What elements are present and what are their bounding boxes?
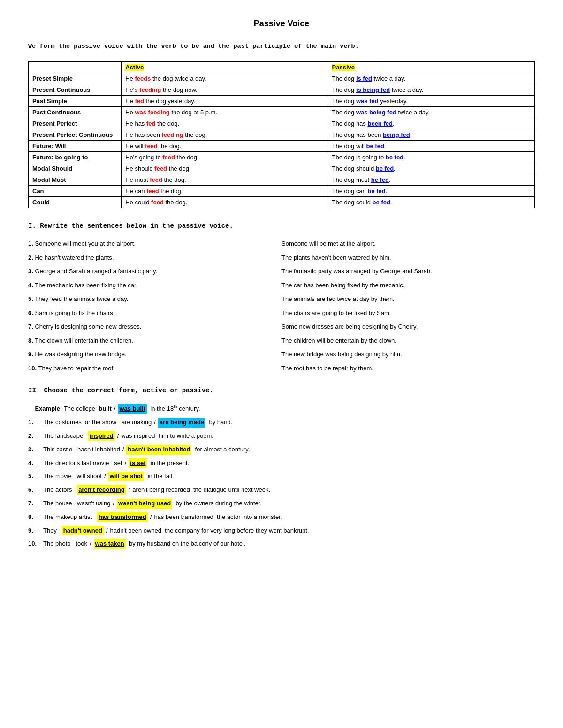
list-item: 8. The makeup artist has transformed / h… <box>28 512 535 522</box>
active-modal-must: He must feed the dog. <box>122 174 328 186</box>
tense-past-simple: Past Simple <box>29 96 122 107</box>
section2-title: II. Choose the correct form, active or p… <box>28 387 535 394</box>
list-item: 6. The actors aren't recording / aren't … <box>28 485 535 495</box>
correct-choice: has transformed <box>97 512 148 522</box>
tense-present-continuous: Present Continuous <box>29 84 122 96</box>
tense-future-going: Future: be going to <box>29 152 122 163</box>
list-item: 3. This castle hasn't inhabited / hasn't… <box>28 445 535 455</box>
correct-choice: hasn't been inhabited <box>126 445 191 455</box>
tense-present-perfect: Present Perfect <box>29 118 122 129</box>
tense-modal-must: Modal Must <box>29 174 122 186</box>
passive-present-perfect: The dog has been fed. <box>328 118 534 129</box>
list-item: 1. The costumes for the show are making … <box>28 418 535 428</box>
list-item: 9. He was designing the new bridge. The … <box>28 350 535 359</box>
list-item: 6. Sam is going to fix the chairs. The c… <box>28 308 535 318</box>
tense-modal-should: Modal Should <box>29 163 122 174</box>
passive-present-perfect-cont: The dog has been being fed. <box>328 129 534 141</box>
correct-choice: inspired <box>88 431 115 441</box>
intro-text: We form the passive voice with the verb … <box>28 43 535 50</box>
list-item: 2. The landscape inspired / was inspired… <box>28 431 535 441</box>
list-item: 4. The mechanic has been fixing the car.… <box>28 281 535 290</box>
section1-exercises: 1. Someone will meet you at the airport.… <box>28 239 535 373</box>
passive-past-continuous: The dog was being fed twice a day. <box>328 107 534 118</box>
passive-present-continuous: The dog is being fed twice a day. <box>328 84 534 96</box>
correct-choice: was taken <box>94 539 126 549</box>
active-could: He could feed the dog. <box>122 197 328 208</box>
active-modal-should: He should feed the dog. <box>122 163 328 174</box>
passive-could: The dog could be fed. <box>328 197 534 208</box>
list-item: 9. They hadn't owned / hadn't been owned… <box>28 526 535 536</box>
tense-preset-simple: Preset Simple <box>29 73 122 84</box>
active-can: He can feed the dog. <box>122 186 328 197</box>
list-item: 2. He hasn't watered the plants. The pla… <box>28 253 535 263</box>
tense-can: Can <box>29 186 122 197</box>
correct-choice: will be shot <box>108 472 145 481</box>
list-item: 8. The clown will entertain the children… <box>28 336 535 345</box>
active-header: Active <box>125 64 144 71</box>
correct-choice: wasn't being used <box>117 499 172 509</box>
passive-can: The dog can be fed. <box>328 186 534 197</box>
tense-past-continuous: Past Continuous <box>29 107 122 118</box>
passive-modal-should: The dog should be fed. <box>328 163 534 174</box>
tense-could: Could <box>29 197 122 208</box>
passive-header: Passive <box>332 64 355 71</box>
list-item: Example: The college built / was built i… <box>28 404 535 414</box>
list-item: 3. George and Sarah arranged a fantastic… <box>28 267 535 276</box>
active-future-will: He will feed the dog. <box>122 141 328 152</box>
passive-past-simple: The dog was fed yesterday. <box>328 96 534 107</box>
active-present-perfect: He has fed the dog. <box>122 118 328 129</box>
section2-exercises: Example: The college built / was built i… <box>28 404 535 549</box>
section1-title: I. Rewrite the sentences below in the pa… <box>28 222 535 230</box>
list-item: 10. They have to repair the roof. The ro… <box>28 364 535 373</box>
list-item: 5. The movie will shoot / will be shot i… <box>28 472 535 481</box>
passive-preset-simple: The dog is fed twice a day. <box>328 73 534 84</box>
correct-choice: are being made <box>158 418 205 428</box>
list-item: 4. The director's last movie set / is se… <box>28 458 535 468</box>
active-future-going: He's going to feed the dog. <box>122 152 328 163</box>
passive-modal-must: The dog must be fed. <box>328 174 534 186</box>
active-present-continuous: He's feeding the dog now. <box>122 84 328 96</box>
tense-future-will: Future: Will <box>29 141 122 152</box>
correct-choice: is set <box>129 458 147 468</box>
grammar-table: Active Passive Preset Simple He feeds th… <box>28 61 535 208</box>
list-item: 1. Someone will meet you at the airport.… <box>28 239 535 248</box>
correct-choice: aren't recording <box>77 485 126 495</box>
list-item: 5. They feed the animals twice a day. Th… <box>28 294 535 304</box>
list-item: 7. Cherry is designing some new dresses.… <box>28 322 535 331</box>
active-past-continuous: He was feeding the dog at 5 p.m. <box>122 107 328 118</box>
page-title: Passive Voice <box>28 19 535 29</box>
active-past-simple: He fed the dog yesterday. <box>122 96 328 107</box>
active-present-perfect-cont: He has been feeding the dog. <box>122 129 328 141</box>
correct-choice: hadn't owned <box>62 526 104 536</box>
active-preset-simple: He feeds the dog twice a day. <box>122 73 328 84</box>
list-item: 7. The house wasn't using / wasn't being… <box>28 499 535 509</box>
passive-future-will: The dog will be fed. <box>328 141 534 152</box>
passive-future-going: The dog is going to be fed. <box>328 152 534 163</box>
example-correct: was built <box>118 404 147 414</box>
list-item: 10. The photo took / was taken by my hus… <box>28 539 535 549</box>
tense-present-perfect-cont: Present Perfect Continuous <box>29 129 122 141</box>
